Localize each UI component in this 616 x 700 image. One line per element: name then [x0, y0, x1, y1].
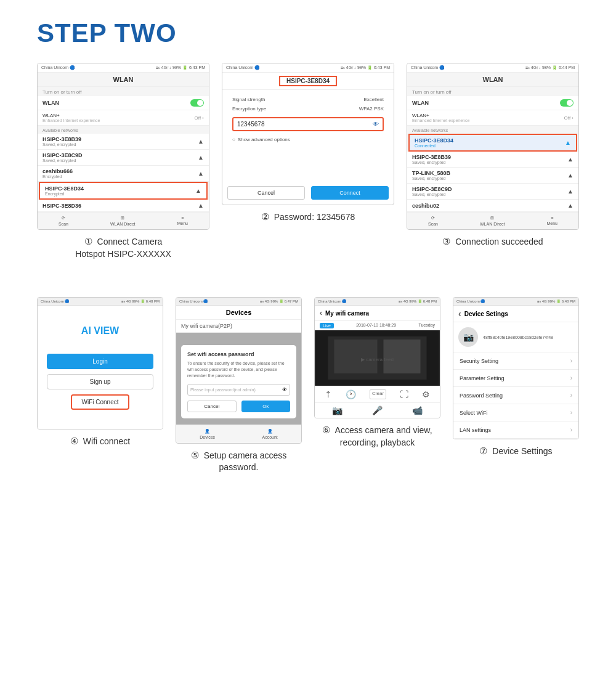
row-2: China Unicom 🔵 ☰ᵴ 4G 99% 🔋 6:48 PM AI VI… [37, 297, 579, 474]
wlan-direct-btn-3[interactable]: ⊞WLAN Direct [480, 216, 505, 226]
eye-icon[interactable]: 👁 [373, 121, 379, 128]
screen-7-block: China Unicom 🔵 ☰ᵴ 4G 99% 🔋 6:48 PM ‹ Dev… [453, 297, 579, 474]
history-icon[interactable]: 🕐 [346, 389, 356, 399]
device-item-1[interactable]: My wifi camera(P2P) [176, 320, 301, 333]
fullscreen-icon[interactable]: ⛶ [400, 389, 408, 399]
wifi-item-5[interactable]: HSIPC-3E8D36 ▲ [38, 200, 209, 212]
screen-5-block: China Unicom 🔵 ☰ᵴ 4G 99% 🔋 6:47 PM Devic… [176, 297, 302, 474]
wlan-toggle-3[interactable] [560, 99, 573, 107]
caption-2: ② Password: 12345678 [261, 210, 355, 224]
chevron-security: › [570, 357, 572, 364]
svg-text:▶ camera feed: ▶ camera feed [361, 357, 394, 362]
wifi-name-c4: HSIPC-3E8C9D [412, 186, 452, 192]
toggle-section: Turn on or turn off [38, 87, 209, 96]
modal-eye-icon[interactable]: 👁 [282, 387, 287, 393]
radio-btn: ○ [232, 137, 235, 142]
cancel-button[interactable]: Cancel [227, 186, 305, 200]
wifi-connected-item[interactable]: HSIPC-3E8D34Connected ▲ [408, 134, 577, 152]
wifi-item-1[interactable]: HSIPC-3E8B39Saved, encrypted ▲ [38, 134, 209, 150]
cam-bottom-bar: 📷 🎤 📹 [315, 402, 440, 418]
wifi-signal-1: ▲ [198, 138, 204, 145]
select-wifi-item[interactable]: Select WiFi › [453, 404, 578, 421]
wifi-signal-2: ▲ [198, 154, 204, 161]
aiview-body: AI VIEW Login Sign up WiFi Connect [38, 306, 163, 429]
scan-btn[interactable]: ⟳Scan [59, 216, 68, 226]
wifi-item-c3[interactable]: TP-LINK_580BSaved, encrypted ▲ [407, 168, 578, 184]
wifi-name-2: HSIPC-3E8C9D [43, 152, 83, 158]
caption-text-5: Setup camera accesspassword. [204, 450, 287, 473]
account-tab[interactable]: 👤Account [262, 429, 277, 439]
video-icon[interactable]: 📹 [412, 405, 423, 415]
wlan-plus-label: WLAN+ [43, 113, 100, 118]
settings-back-button[interactable]: ‹ [458, 309, 461, 319]
show-advanced-row[interactable]: ○ Show advanced options [227, 135, 389, 144]
screen-4-block: China Unicom 🔵 ☰ᵴ 4G 99% 🔋 6:48 PM AI VI… [37, 297, 163, 474]
password-setting-item[interactable]: Password Setting › [453, 387, 578, 404]
caption-text-3: Connection succeeded [455, 237, 543, 246]
status-bar-2: China Unicom 🔵 ☰ᵴ 4G↑↓ 98% 🔋 6:43 PM [222, 63, 394, 73]
parameter-setting-item[interactable]: Parameter Setting › [453, 370, 578, 387]
wifi-connect-button[interactable]: WiFi Connect [71, 394, 129, 410]
screen1-title: WLAN [38, 73, 209, 87]
mic-icon[interactable]: 🎤 [372, 405, 383, 415]
status-bar-3: China Unicom 🔵 ☰ᵴ 4G↑↓ 98% 🔋 6:44 PM [407, 63, 578, 73]
screen2-title-hl: HSIPC-3E8D34 [279, 76, 337, 86]
wifi-sub-c3: Saved, encrypted [412, 176, 450, 181]
wifi-item-c2[interactable]: HSIPC-3E8B39Saved, encrypted ▲ [407, 152, 578, 168]
wifi-name-c3: TP-LINK_580B [412, 170, 450, 176]
wifi-item-selected[interactable]: HSIPC-3E8D34Encrypted ▲ [39, 182, 208, 200]
caption-num-4: ④ [70, 436, 78, 446]
screen2-title: HSIPC-3E8D34 [222, 73, 394, 90]
wifi-signal-c3: ▲ [567, 172, 573, 179]
login-button[interactable]: Login [47, 354, 153, 369]
wifi-sub-c4: Saved, encrypted [412, 192, 452, 197]
pw-buttons: Cancel Connect [222, 181, 394, 205]
wlan-direct-btn[interactable]: ⊞WLAN Direct [110, 216, 135, 226]
security-setting-item[interactable]: Security Setting › [453, 352, 578, 370]
lan-settings-item[interactable]: LAN settings › [453, 421, 578, 439]
password-field-row[interactable]: 12345678 👁 [232, 117, 384, 131]
wifi-signal-c2: ▲ [567, 156, 573, 163]
wifi-item-2[interactable]: HSIPC-3E8C9DSaved, encrypted ▲ [38, 150, 209, 166]
parameter-setting-label: Parameter Setting [460, 375, 505, 381]
caption-num-7: ⑦ [479, 446, 487, 456]
connect-button[interactable]: Connect [311, 186, 389, 200]
scan-btn-3[interactable]: ⟳Scan [428, 216, 438, 226]
wifi-name-3: ceshibu666 [43, 168, 73, 174]
signal-6: ☰ᵴ 4G 99% 🔋 6:48 PM [399, 299, 437, 304]
caption-text-4: Wifi connect [83, 436, 130, 446]
camera-capture-icon[interactable]: 📷 [332, 405, 342, 415]
devices-tab[interactable]: 👤Devices [200, 429, 215, 439]
settings-title-bar: ‹ Device Setings [453, 306, 578, 322]
cam-video-svg: ▶ camera feed [315, 330, 440, 386]
signup-button[interactable]: Sign up [47, 374, 153, 389]
cam-title-text: My wifi camera [325, 310, 369, 317]
caption-text-7: Device Settings [492, 446, 552, 456]
wifi-item-3[interactable]: ceshibu666Encrypted ▲ [38, 166, 209, 182]
screen-1-block: China Unicom 🔵 ☰ᵴ 4G↑↓ 98% 🔋 6:43 PM WLA… [37, 63, 209, 260]
wlan-toggle[interactable] [190, 99, 204, 107]
wifi-signal-sel: ▲ [195, 187, 201, 194]
wlan-toggle-row-3: WLAN [407, 96, 578, 110]
clear-icon[interactable]: Clear [370, 389, 386, 399]
menu-btn[interactable]: ≡Menu [177, 216, 188, 226]
bottom-bar-1: ⟳Scan ⊞WLAN Direct ≡Menu [38, 212, 209, 229]
modal-input-field[interactable]: Please input password(not admin) 👁 [187, 384, 290, 396]
screen-5: China Unicom 🔵 ☰ᵴ 4G 99% 🔋 6:47 PM Devic… [176, 297, 302, 443]
select-wifi-label: Select WiFi [460, 410, 488, 416]
screen-6: China Unicom 🔵 ☰ᵴ 4G 99% 🔋 6:48 PM ‹ My … [314, 297, 440, 418]
wifi-sub-sel: Encrypted [45, 192, 84, 196]
encryption-label: Encryption type [232, 106, 266, 112]
wifi-item-c4[interactable]: HSIPC-3E8C9DSaved, encrypted ▲ [407, 184, 578, 200]
back-button[interactable]: ‹ [320, 309, 322, 317]
show-advanced-label: Show advanced options [238, 137, 290, 142]
signal-5: ☰ᵴ 4G 99% 🔋 6:47 PM [260, 299, 298, 304]
screen-2: China Unicom 🔵 ☰ᵴ 4G↑↓ 98% 🔋 6:43 PM HSI… [222, 63, 394, 205]
modal-ok-button[interactable]: Ok [241, 401, 291, 412]
wifi-item-c5[interactable]: ceshibu02 ▲ [407, 200, 578, 212]
share-icon[interactable]: ⇡ [325, 389, 332, 399]
settings-icon[interactable]: ⚙ [422, 389, 430, 399]
menu-btn-3[interactable]: ≡Menu [546, 216, 557, 226]
caption-4: ④ Wifi connect [70, 434, 130, 448]
modal-cancel-button[interactable]: Cancel [187, 401, 237, 412]
